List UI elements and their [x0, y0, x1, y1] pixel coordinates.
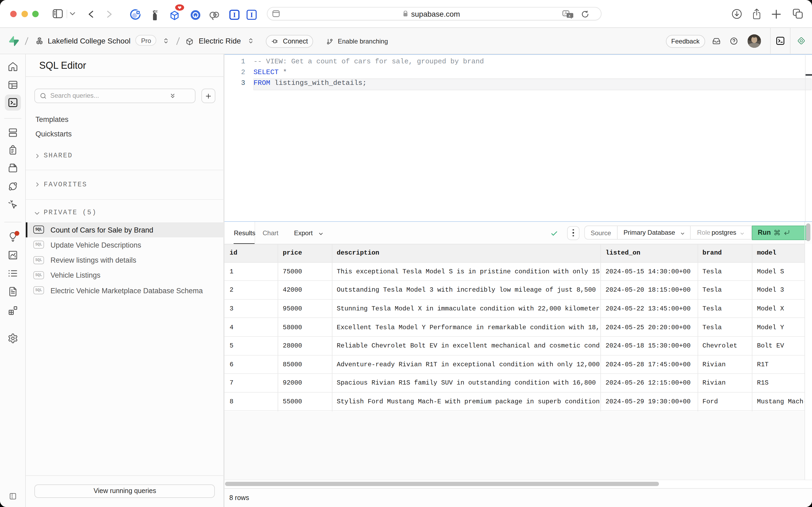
svg-text:I: I: [233, 11, 235, 18]
svg-text:I: I: [250, 11, 253, 18]
svg-text:x: x: [569, 13, 571, 18]
